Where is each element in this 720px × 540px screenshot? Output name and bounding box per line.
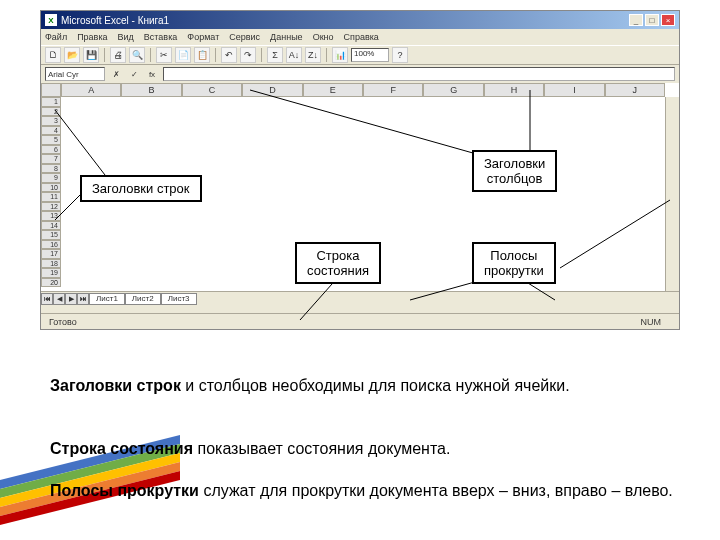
sheet-tab-3[interactable]: Лист3	[161, 293, 197, 305]
row-header[interactable]: 1	[41, 97, 61, 107]
copy-icon[interactable]: 📄	[175, 47, 191, 63]
row-header[interactable]: 10	[41, 183, 61, 193]
menu-window[interactable]: Окно	[313, 32, 334, 42]
paragraph-statusbar: Строка состояния показывает состояния до…	[50, 438, 680, 460]
row-header[interactable]: 3	[41, 116, 61, 126]
row-header[interactable]: 6	[41, 145, 61, 155]
help-icon[interactable]: ?	[392, 47, 408, 63]
row-header[interactable]: 18	[41, 259, 61, 269]
p1-bold: Заголовки строк	[50, 377, 181, 394]
p3-rest: служат для прокрутки документа вверх – в…	[199, 482, 673, 499]
menu-edit[interactable]: Правка	[77, 32, 107, 42]
excel-icon: X	[45, 14, 57, 26]
menu-format[interactable]: Формат	[187, 32, 219, 42]
row-header[interactable]: 20	[41, 278, 61, 288]
formula-input[interactable]	[163, 67, 675, 81]
sort-desc-icon[interactable]: Z↓	[305, 47, 321, 63]
cut-icon[interactable]: ✂	[156, 47, 172, 63]
open-icon[interactable]: 📂	[64, 47, 80, 63]
preview-icon[interactable]: 🔍	[129, 47, 145, 63]
sum-icon[interactable]: Σ	[267, 47, 283, 63]
row-header[interactable]: 14	[41, 221, 61, 231]
status-num: NUM	[631, 317, 672, 327]
callout-row-headers: Заголовки строк	[80, 175, 202, 202]
paragraph-scrollbars: Полосы прокрутки служат для прокрутки до…	[50, 480, 680, 502]
p3-bold: Полосы прокрутки	[50, 482, 199, 499]
sheet-nav-first-icon[interactable]: ⏮	[41, 293, 53, 305]
menu-tools[interactable]: Сервис	[229, 32, 260, 42]
col-header-c[interactable]: C	[182, 83, 242, 97]
col-header-g[interactable]: G	[423, 83, 483, 97]
p2-bold: Строка состояния	[50, 440, 193, 457]
p1-rest: и столбцов необходимы для поиска нужной …	[181, 377, 570, 394]
row-header[interactable]: 11	[41, 192, 61, 202]
minimize-button[interactable]: _	[629, 14, 643, 26]
menu-insert[interactable]: Вставка	[144, 32, 177, 42]
row-header[interactable]: 7	[41, 154, 61, 164]
row-header[interactable]: 4	[41, 126, 61, 136]
status-ready: Готово	[49, 317, 631, 327]
col-header-j[interactable]: J	[605, 83, 665, 97]
menu-data[interactable]: Данные	[270, 32, 303, 42]
col-header-a[interactable]: A	[61, 83, 121, 97]
sheet-tab-1[interactable]: Лист1	[89, 293, 125, 305]
row-header[interactable]: 2	[41, 107, 61, 117]
menu-help[interactable]: Справка	[344, 32, 379, 42]
select-all-corner[interactable]	[41, 83, 61, 97]
undo-icon[interactable]: ↶	[221, 47, 237, 63]
horizontal-scrollbar[interactable]	[201, 293, 679, 305]
sheet-nav-last-icon[interactable]: ⏭	[77, 293, 89, 305]
cancel-icon[interactable]: ✗	[109, 67, 123, 81]
formula-bar-row: Arial Cyr ✗ ✓ fx	[41, 65, 679, 83]
enter-icon[interactable]: ✓	[127, 67, 141, 81]
col-header-b[interactable]: B	[121, 83, 181, 97]
redo-icon[interactable]: ↷	[240, 47, 256, 63]
paragraph-row-col-headers: Заголовки строк и столбцов необходимы дл…	[50, 375, 680, 397]
row-header[interactable]: 12	[41, 202, 61, 212]
close-button[interactable]: ×	[661, 14, 675, 26]
sheet-tab-row: ⏮ ◀ ▶ ⏭ Лист1 Лист2 Лист3	[41, 291, 679, 305]
sheet-nav-next-icon[interactable]: ▶	[65, 293, 77, 305]
row-header[interactable]: 9	[41, 173, 61, 183]
row-headers: 1 2 3 4 5 6 7 8 9 10 11 12 13 14 15 16 1…	[41, 97, 61, 291]
sheet-tab-2[interactable]: Лист2	[125, 293, 161, 305]
menu-file[interactable]: Файл	[45, 32, 67, 42]
col-header-f[interactable]: F	[363, 83, 423, 97]
p2-rest: показывает состояния документа.	[193, 440, 450, 457]
col-header-d[interactable]: D	[242, 83, 302, 97]
row-header[interactable]: 19	[41, 268, 61, 278]
callout-column-headers: Заголовки столбцов	[472, 150, 557, 192]
callout-statusbar: Строка состояния	[295, 242, 381, 284]
row-header[interactable]: 17	[41, 249, 61, 259]
col-header-h[interactable]: H	[484, 83, 544, 97]
titlebar: X Microsoft Excel - Книга1 _ □ ×	[41, 11, 679, 29]
maximize-button[interactable]: □	[645, 14, 659, 26]
row-header[interactable]: 13	[41, 211, 61, 221]
col-header-i[interactable]: I	[544, 83, 604, 97]
window-title: Microsoft Excel - Книга1	[61, 15, 627, 26]
col-header-e[interactable]: E	[303, 83, 363, 97]
row-header[interactable]: 8	[41, 164, 61, 174]
sheet-nav-prev-icon[interactable]: ◀	[53, 293, 65, 305]
save-icon[interactable]: 💾	[83, 47, 99, 63]
new-icon[interactable]: 🗋	[45, 47, 61, 63]
sort-asc-icon[interactable]: A↓	[286, 47, 302, 63]
paste-icon[interactable]: 📋	[194, 47, 210, 63]
menu-view[interactable]: Вид	[118, 32, 134, 42]
column-headers: A B C D E F G H I J	[61, 83, 665, 97]
row-header[interactable]: 15	[41, 230, 61, 240]
standard-toolbar: 🗋 📂 💾 🖨 🔍 ✂ 📄 📋 ↶ ↷ Σ A↓ Z↓ 📊 100% ?	[41, 45, 679, 65]
vertical-scrollbar[interactable]	[665, 97, 679, 291]
zoom-box[interactable]: 100%	[351, 48, 389, 62]
statusbar: Готово NUM	[41, 313, 679, 329]
menubar: Файл Правка Вид Вставка Формат Сервис Да…	[41, 29, 679, 45]
callout-scrollbars: Полосы прокрутки	[472, 242, 556, 284]
print-icon[interactable]: 🖨	[110, 47, 126, 63]
row-header[interactable]: 16	[41, 240, 61, 250]
row-header[interactable]: 5	[41, 135, 61, 145]
chart-icon[interactable]: 📊	[332, 47, 348, 63]
name-box[interactable]: Arial Cyr	[45, 67, 105, 81]
fx-icon[interactable]: fx	[145, 67, 159, 81]
